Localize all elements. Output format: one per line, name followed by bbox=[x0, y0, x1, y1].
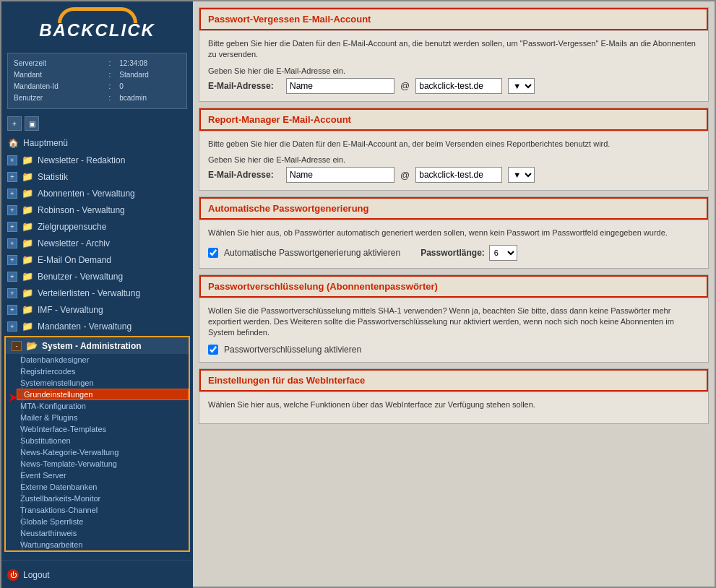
passwort-laenge-select[interactable]: 4 5 6 7 8 10 12 bbox=[489, 245, 517, 261]
auto-passwort-description: Wählen Sie hier aus, ob Passwörter autom… bbox=[208, 228, 699, 238]
report-manager-form-row: E-Mail-Adresse: @ ▼ bbox=[208, 167, 699, 183]
webinterface-section: Einstellungen für das WebInterface Wähle… bbox=[199, 368, 709, 424]
mandanten-id-value: 0 bbox=[119, 81, 181, 92]
folder-icon: 📁 bbox=[22, 287, 33, 298]
folder-icon: 📁 bbox=[22, 171, 33, 182]
submenu-systemeinstellungen[interactable]: Systemeinstellungen bbox=[17, 377, 189, 389]
passwort-verschluesselung-section: Passwortverschlüsselung (Abonnentenpassw… bbox=[199, 274, 709, 363]
report-manager-title: Report-Manager E-Mail-Account bbox=[199, 108, 708, 131]
passwort-verschluesselung-checkbox-label: Passwortverschlüsselung aktivieren bbox=[224, 345, 361, 355]
sidebar-item-hauptmenu[interactable]: 🏠 Hauptmenü bbox=[1, 134, 193, 152]
expand-icon: + bbox=[7, 238, 17, 248]
email-label-1: E-Mail-Adresse: bbox=[208, 81, 280, 91]
folder-icon: 📁 bbox=[22, 321, 33, 332]
passwort-vergessen-body: Bitte geben Sie hier die Daten für den E… bbox=[199, 30, 708, 101]
mandant-label: Mandant bbox=[14, 69, 107, 81]
toolbar-btn-1[interactable]: + bbox=[7, 116, 22, 131]
submenu-event-server[interactable]: Event Server bbox=[17, 470, 189, 481]
sidebar-item-statistik[interactable]: + 📁 Statistik bbox=[1, 168, 193, 185]
submenu-mta-konfiguration[interactable]: MTA-Konfiguration bbox=[17, 400, 189, 412]
passwort-laenge-group: Passwortlänge: 4 5 6 7 8 10 12 bbox=[420, 245, 517, 261]
passwort-verschluesselung-checkbox[interactable] bbox=[208, 345, 218, 355]
email-name-input-2[interactable] bbox=[286, 167, 394, 183]
at-symbol-2: @ bbox=[400, 170, 410, 181]
submenu-webinterface-templates[interactable]: WebInterface-Templates bbox=[17, 423, 189, 435]
sidebar-item-verteilerlisten[interactable]: + 📁 Verteilerlisten - Verwaltung bbox=[1, 285, 193, 301]
email-domain-input-2[interactable] bbox=[415, 167, 502, 183]
email-name-input-1[interactable] bbox=[286, 78, 394, 94]
submenu-news-kategorie[interactable]: News-Kategorie-Verwaltung bbox=[17, 446, 189, 458]
passwort-verschluesselung-checkbox-row: Passwortverschlüsselung aktivieren bbox=[208, 345, 699, 355]
auto-passwort-checkbox-label: Automatische Passwortgenerierung aktivie… bbox=[224, 248, 400, 258]
expand-icon: + bbox=[7, 172, 17, 182]
server-info-panel: Serverzeit : 12:34:08 Mandant : Standard… bbox=[7, 53, 187, 109]
folder-icon: 📁 bbox=[22, 155, 33, 165]
submenu-mailer-plugins[interactable]: Mailer & Plugins bbox=[17, 412, 189, 423]
webinterface-title: Einstellungen für das WebInterface bbox=[199, 369, 708, 392]
home-icon: 🏠 bbox=[7, 137, 19, 149]
submenu-externe-datenbanken[interactable]: Externe Datenbanken bbox=[17, 481, 189, 493]
expand-icon: - bbox=[12, 341, 22, 351]
folder-icon: 📁 bbox=[22, 188, 33, 199]
logout-icon: ⏻ bbox=[7, 569, 19, 581]
passwort-vergessen-form-row: E-Mail-Adresse: @ ▼ bbox=[208, 78, 699, 94]
expand-icon: + bbox=[7, 288, 17, 298]
sidebar-item-newsletter-archiv[interactable]: + 📁 Newsletter - Archiv bbox=[1, 235, 193, 251]
sidebar-item-newsletter-redaktion[interactable]: + 📁 Newsletter - Redaktion bbox=[1, 152, 193, 168]
sidebar-item-robinson[interactable]: + 📁 Robinson - Verwaltung bbox=[1, 202, 193, 218]
submenu-wartungsarbeiten[interactable]: Wartungsarbeiten bbox=[17, 539, 189, 550]
logo-text: BACKCLICK bbox=[39, 20, 155, 40]
serverzeit-colon: : bbox=[107, 58, 119, 69]
domain-dropdown-2[interactable]: ▼ bbox=[508, 167, 535, 183]
report-manager-body: Bitte geben Sie hier die Daten für den E… bbox=[199, 131, 708, 190]
passwort-vergessen-description: Bitte geben Sie hier die Daten für den E… bbox=[208, 38, 699, 61]
sidebar-item-mandanten[interactable]: + 📁 Mandanten - Verwaltung bbox=[1, 318, 193, 334]
sidebar-item-abonnenten[interactable]: + 📁 Abonnenten - Verwaltung bbox=[1, 185, 193, 202]
auto-passwort-checkbox-row: Automatische Passwortgenerierung aktivie… bbox=[208, 245, 699, 261]
passwort-verschluesselung-body: Wollen Sie die Passwortverschlüsselung m… bbox=[199, 298, 708, 362]
expand-icon: + bbox=[7, 222, 17, 232]
submenu-grundeinstellungen[interactable]: Grundeinstellungen bbox=[17, 389, 189, 400]
folder-icon: 📁 bbox=[22, 204, 33, 215]
sidebar-item-zielgruppensuche[interactable]: + 📁 Zielgruppensuche bbox=[1, 218, 193, 235]
webinterface-body: Wählen Sie hier aus, welche Funktionen ü… bbox=[199, 392, 708, 423]
folder-icon: 📁 bbox=[22, 304, 33, 315]
passwort-verschluesselung-title: Passwortverschlüsselung (Abonnentenpassw… bbox=[199, 275, 708, 298]
at-symbol-1: @ bbox=[400, 80, 410, 91]
submenu-zustellbarkeits-monitor[interactable]: Zustellbarkeits-Monitor bbox=[17, 493, 189, 504]
submenu-news-template[interactable]: News-Template-Verwaltung bbox=[17, 458, 189, 470]
sidebar-item-benutzer[interactable]: + 📁 Benutzer - Verwaltung bbox=[1, 268, 193, 285]
benutzer-value: bcadmin bbox=[119, 92, 181, 104]
sidebar-toolbar: + ▣ bbox=[1, 113, 193, 134]
email-domain-input-1[interactable] bbox=[415, 78, 502, 94]
sidebar-item-system-admin[interactable]: - 📂 System - Administration bbox=[6, 337, 189, 354]
submenu-neustarthinweis[interactable]: Neustarthinweis bbox=[17, 527, 189, 539]
serverzeit-value: 12:34:08 bbox=[119, 58, 181, 69]
submenu-registriercodes[interactable]: Registriercodes bbox=[17, 366, 189, 377]
expand-icon: + bbox=[7, 305, 17, 315]
submenu-transaktions-channel[interactable]: Transaktions-Channel bbox=[17, 504, 189, 516]
expand-icon: + bbox=[7, 321, 17, 332]
auto-passwort-body: Wählen Sie hier aus, ob Passwörter autom… bbox=[199, 220, 708, 267]
sidebar-item-email-on-demand[interactable]: + 📁 E-Mail On Demand bbox=[1, 251, 193, 268]
folder-icon: 📁 bbox=[22, 221, 33, 232]
toolbar-btn-2[interactable]: ▣ bbox=[25, 116, 39, 131]
expand-icon: + bbox=[7, 272, 17, 282]
expand-icon: + bbox=[7, 255, 17, 265]
report-manager-description: Bitte geben Sie hier die Daten für den E… bbox=[208, 139, 699, 150]
logout-button[interactable]: ⏻ Logout bbox=[7, 566, 187, 584]
submenu-globale-sperrliste[interactable]: Globale Sperrliste bbox=[17, 516, 189, 527]
submenu-substitutionen[interactable]: Substitutionen bbox=[17, 435, 189, 446]
sidebar: BACKCLICK Serverzeit : 12:34:08 Mandant … bbox=[1, 1, 193, 588]
domain-dropdown-1[interactable]: ▼ bbox=[508, 78, 535, 94]
expand-icon: + bbox=[7, 205, 17, 215]
webinterface-description: Wählen Sie hier aus, welche Funktionen ü… bbox=[208, 399, 699, 410]
serverzeit-label: Serverzeit bbox=[14, 58, 107, 69]
folder-icon-open: 📂 bbox=[26, 340, 38, 351]
sidebar-item-imf[interactable]: + 📁 IMF - Verwaltung bbox=[1, 301, 193, 318]
auto-passwort-title: Automatische Passwortgenerierung bbox=[199, 197, 708, 220]
submenu-datenbankdesigner[interactable]: Datenbankdesigner bbox=[17, 354, 189, 366]
benutzer-label: Benutzer bbox=[14, 92, 107, 104]
folder-icon: 📁 bbox=[22, 271, 33, 282]
auto-passwort-checkbox[interactable] bbox=[208, 248, 218, 258]
